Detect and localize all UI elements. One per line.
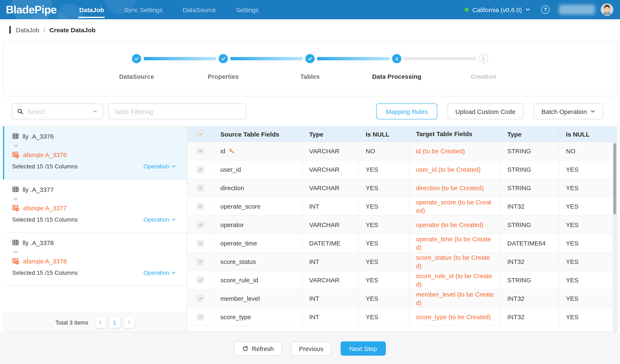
source-is-null: NO xyxy=(359,142,409,160)
field-row: operator VARCHAR YES operator (to be Cre… xyxy=(187,216,617,234)
chevron-down-icon xyxy=(171,217,176,222)
target-field-name: operate_time (to be Created) xyxy=(409,234,500,252)
stepper-step: 5 Creation xyxy=(440,50,527,88)
page-button-current[interactable]: 1 xyxy=(109,317,120,328)
next-page-button[interactable] xyxy=(124,317,135,328)
previous-button[interactable]: Previous xyxy=(291,341,331,356)
source-field-type: VARCHAR xyxy=(302,179,359,197)
source-is-null: YES xyxy=(359,179,409,197)
refresh-button[interactable]: Refresh xyxy=(234,341,282,356)
table-scrollbar-track[interactable] xyxy=(613,142,617,331)
row-checkbox[interactable] xyxy=(197,221,204,228)
field-row: user_id VARCHAR YES user_id (to be Creat… xyxy=(187,160,617,179)
operation-link[interactable]: Operation xyxy=(143,269,176,276)
pagination-total: Total 3 items xyxy=(55,319,88,326)
row-checkbox[interactable] xyxy=(197,148,204,154)
chevron-left-icon xyxy=(98,320,103,325)
logo[interactable]: BladePipe xyxy=(6,3,57,16)
source-table-icon xyxy=(12,186,19,193)
target-is-null: YES xyxy=(559,271,617,289)
expand-chevron-icon[interactable] xyxy=(13,249,18,255)
next-step-button[interactable]: Next Step xyxy=(341,341,386,356)
check-icon xyxy=(198,222,202,227)
breadcrumb: DataJob / Create DataJob xyxy=(0,19,620,40)
expand-chevron-icon[interactable] xyxy=(13,143,18,149)
source-field-type: INT xyxy=(302,253,359,271)
field-row: operate_time DATETIME YES operate_time (… xyxy=(187,234,617,253)
source-field-name: user_id xyxy=(220,166,241,173)
source-is-null: YES xyxy=(359,271,409,289)
mapping-rules-button[interactable]: Mapping Rules xyxy=(376,104,437,119)
source-is-null: YES xyxy=(359,234,409,252)
nav-tab-label: DataJob xyxy=(79,6,104,13)
target-field-type: DATETIME64 xyxy=(500,234,559,252)
primary-key-icon xyxy=(229,148,234,154)
top-nav: BladePipe DataJob Sync Settings DataSour… xyxy=(0,0,620,19)
target-field-name: user_id (to be Created) xyxy=(409,160,500,179)
source-is-null: YES xyxy=(359,216,409,234)
target-field-type: STRING xyxy=(500,271,559,289)
nav-tab[interactable]: Settings xyxy=(235,0,260,19)
header-target-is-null: Is NULL xyxy=(559,126,617,142)
check-icon xyxy=(198,296,202,301)
step-label: Tables xyxy=(300,73,320,80)
step-label: Properties xyxy=(208,73,239,80)
nav-tab-label: Sync Settings xyxy=(124,6,163,13)
nav-tab[interactable]: Sync Settings xyxy=(123,0,163,19)
row-checkbox[interactable] xyxy=(197,240,204,246)
breadcrumb-datajob[interactable]: DataJob xyxy=(16,26,39,33)
refresh-icon xyxy=(242,345,248,352)
source-field-type: INT xyxy=(302,308,359,326)
prev-page-button[interactable] xyxy=(95,317,106,328)
field-row: score_type INT YES score_type (to be Cre… xyxy=(187,308,617,326)
table-select-dropdown[interactable]: Select xyxy=(12,104,103,119)
chevron-right-icon xyxy=(127,320,131,325)
table-list-item[interactable]: lly .A_3377 afanqie A_3377 Selected 15 /… xyxy=(3,180,187,233)
table-scrollbar-thumb[interactable] xyxy=(613,143,616,214)
source-is-null: YES xyxy=(359,160,409,179)
target-table-name: afanqie A_3378 xyxy=(23,258,67,265)
table-list-item[interactable]: lly .A_3378 afanqie A_3378 Selected 15 /… xyxy=(3,233,187,286)
avatar[interactable] xyxy=(601,3,613,16)
nav-tabs: DataJob Sync Settings DataSource Setting… xyxy=(78,0,278,19)
operation-link[interactable]: Operation xyxy=(143,163,176,170)
target-field-name: operator (to be Created) xyxy=(409,216,500,234)
field-row: member_level INT YES member_level (to be… xyxy=(187,289,617,308)
batch-operation-button[interactable]: Batch Operation xyxy=(533,104,603,119)
check-icon xyxy=(198,278,202,282)
page-title: Create DataJob xyxy=(49,26,95,33)
target-table-create-icon xyxy=(12,151,19,158)
region-version-label[interactable]: California (v0.6.0) xyxy=(472,6,522,13)
operation-link[interactable]: Operation xyxy=(143,216,176,223)
nav-tab[interactable]: DataJob xyxy=(78,0,105,19)
nav-tab[interactable]: DataSource xyxy=(182,0,217,19)
check-icon xyxy=(134,56,139,61)
table-header-row: Source Table Fields Type Is NULL Target … xyxy=(187,126,617,142)
target-is-null: YES xyxy=(559,308,617,326)
row-checkbox[interactable] xyxy=(197,203,204,210)
target-table-name: afanqie A_3377 xyxy=(23,204,67,211)
row-checkbox[interactable] xyxy=(197,184,204,191)
row-checkbox[interactable] xyxy=(197,295,204,302)
table-list-item[interactable]: lly .A_3376 afanqie A_3376 Selected 15 /… xyxy=(3,126,187,180)
target-field-type: INT32 xyxy=(500,308,559,326)
target-field-type: INT32 xyxy=(500,289,559,307)
target-field-type: STRING xyxy=(500,216,559,234)
upload-custom-code-button[interactable]: Upload Custom Code xyxy=(447,104,524,119)
footer-actions: Refresh Previous Next Step xyxy=(0,332,620,364)
chevron-down-icon[interactable] xyxy=(525,7,530,12)
row-checkbox[interactable] xyxy=(197,277,204,283)
row-checkbox[interactable] xyxy=(197,166,204,173)
row-checkbox[interactable] xyxy=(197,314,204,320)
table-body: id VARCHAR NO id (to be Created) STRING … xyxy=(187,142,617,326)
row-checkbox[interactable] xyxy=(197,258,204,265)
header-checkbox[interactable] xyxy=(197,131,204,137)
mapping-panels: lly .A_3376 afanqie A_3376 Selected 15 /… xyxy=(3,126,617,332)
expand-chevron-icon[interactable] xyxy=(13,196,18,202)
field-row: direction VARCHAR YES direction (to be C… xyxy=(187,179,617,197)
help-icon[interactable]: ? xyxy=(541,5,550,14)
stepper-step: 4 Data Processing xyxy=(353,50,440,88)
table-filter-input[interactable] xyxy=(108,104,246,119)
toolbar: Select Mapping Rules Upload Custom Code … xyxy=(0,104,620,119)
step-circle: 4 xyxy=(392,54,401,63)
